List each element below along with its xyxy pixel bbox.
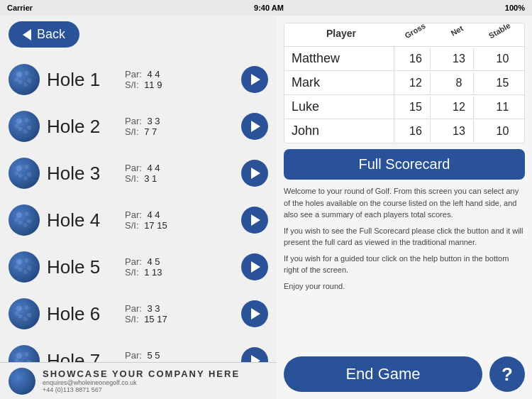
golf-ball-icon-4 [9, 204, 40, 236]
par-row-2: Par: 3 3 [125, 116, 234, 126]
hole-name-6: Hole 6 [47, 303, 118, 325]
back-button[interactable]: Back [9, 21, 79, 48]
par-label-2: Par: [125, 116, 142, 126]
golf-ball-dimples-3 [11, 160, 37, 186]
gross-header: Gross [402, 23, 428, 40]
hole-stats-4: Par: 4 4 S/I: 17 15 [125, 209, 234, 231]
back-label: Back [37, 27, 65, 42]
hole-name-4: Hole 4 [47, 209, 118, 231]
gross-score-2: 12 [402, 72, 431, 94]
play-button-4[interactable] [241, 207, 268, 234]
player-scores-1: 16 13 10 [394, 48, 524, 70]
help-button[interactable]: ? [489, 356, 525, 392]
si-values-2: 7 7 [142, 126, 157, 137]
golf-ball-dimples-1 [11, 67, 37, 92]
golf-ball-icon-5 [9, 251, 40, 283]
si-row-2: S/I: 7 7 [125, 126, 234, 137]
par-values-3: 4 4 [145, 163, 160, 173]
play-button-5[interactable] [241, 253, 268, 280]
golf-ball-icon-1 [9, 64, 40, 95]
net-score-3: 12 [445, 97, 474, 118]
par-row-3: Par: 4 4 [125, 163, 234, 173]
si-label-6: S/I: [125, 314, 139, 324]
hole-name-5: Hole 5 [47, 256, 118, 278]
par-row-7: Par: 5 5 [125, 350, 234, 361]
player-name-3: Luke [284, 95, 394, 119]
end-game-label: End Game [345, 365, 420, 383]
par-label-1: Par: [125, 69, 142, 80]
play-button-3[interactable] [241, 160, 268, 187]
player-name-2: Mark [284, 71, 394, 94]
stable-header: Stable [487, 23, 512, 40]
holes-list: Hole 1 Par: 4 4 S/I: 11 9 Hole 2 [0, 53, 277, 362]
golf-ball-icon-7 [9, 345, 40, 362]
battery-text: 100% [505, 4, 525, 12]
play-triangle-icon-2 [251, 121, 260, 132]
net-header: Net [444, 23, 470, 40]
desc-para1: Welcome to your round of Golf. From this… [284, 185, 525, 221]
play-button-1[interactable] [241, 66, 268, 93]
si-values-5: 1 13 [142, 267, 162, 278]
net-score-4: 13 [445, 121, 474, 142]
golf-ball-icon-2 [9, 111, 40, 142]
net-score-2: 8 [445, 72, 474, 94]
play-button-7[interactable] [241, 347, 268, 362]
help-icon: ? [501, 364, 513, 386]
gross-score-1: 16 [402, 48, 431, 70]
left-panel: Back Hole 1 Par: 4 4 S/I: 11 9 [0, 16, 277, 399]
golf-ball-dimples-5 [11, 254, 37, 280]
player-scores-4: 16 13 10 [394, 121, 524, 142]
hole-item-4: Hole 4 Par: 4 4 S/I: 17 15 [0, 197, 277, 244]
time-text: 9:40 AM [254, 4, 284, 12]
play-triangle-icon-4 [251, 214, 260, 226]
par-values-5: 4 5 [145, 256, 160, 267]
desc-para2: If you wish to see the Full Scorecard pl… [284, 225, 525, 248]
back-arrow-icon [23, 29, 31, 40]
hole-name-3: Hole 3 [47, 163, 118, 185]
net-score-1: 13 [445, 48, 474, 70]
par-values-6: 3 3 [145, 303, 160, 314]
hole-item-6: Hole 6 Par: 3 3 S/I: 15 17 [0, 290, 277, 337]
play-button-6[interactable] [241, 300, 268, 327]
hole-stats-5: Par: 4 5 S/I: 1 13 [125, 256, 234, 278]
par-row-5: Par: 4 5 [125, 256, 234, 267]
score-column-headers: Gross Net Stable [398, 26, 524, 43]
hole-stats-7: Par: 5 5 S/I: 5 3 [125, 350, 234, 362]
scorecard-row-2: Mark 12 8 15 [284, 70, 524, 94]
si-label-2: S/I: [125, 126, 139, 137]
player-name-1: Matthew [284, 47, 394, 70]
par-label-6: Par: [125, 303, 142, 314]
desc-para3: If you wish for a guided tour click on t… [284, 253, 525, 276]
full-scorecard-button[interactable]: Full Scorecard [284, 149, 525, 180]
player-scores-3: 15 12 11 [394, 97, 524, 118]
golf-ball-dimples-7 [11, 348, 37, 362]
golf-ball-icon-6 [9, 298, 40, 329]
scorecard-rows: Matthew 16 13 10 Mark 12 8 15 Luke 15 12… [284, 46, 524, 143]
si-row-6: S/I: 15 17 [125, 314, 234, 324]
par-values-2: 3 3 [145, 116, 160, 126]
si-values-1: 11 9 [142, 80, 162, 90]
si-values-6: 15 17 [142, 314, 167, 324]
stable-score-4: 10 [489, 121, 517, 142]
scorecard-row-4: John 16 13 10 [284, 119, 524, 143]
par-row-1: Par: 4 4 [125, 69, 234, 80]
si-row-3: S/I: 3 1 [125, 173, 234, 184]
hole-stats-1: Par: 4 4 S/I: 11 9 [125, 69, 234, 90]
play-triangle-icon-3 [251, 168, 260, 179]
play-button-2[interactable] [241, 113, 268, 140]
hole-item-7: Hole 7 Par: 5 5 S/I: 5 3 [0, 337, 277, 362]
si-label-3: S/I: [125, 173, 139, 184]
logo-phone: +44 (0)113 8871 567 [43, 386, 240, 393]
si-values-3: 3 1 [142, 173, 157, 184]
status-bar: Carrier 9:40 AM 100% [0, 0, 532, 16]
hole-name-1: Hole 1 [47, 69, 118, 91]
scorecard-table: Player Gross Net Stable Matthew 16 13 10… [284, 23, 525, 143]
end-game-button[interactable]: End Game [284, 356, 482, 392]
right-panel: Player Gross Net Stable Matthew 16 13 10… [277, 16, 532, 399]
golf-ball-dimples-2 [11, 114, 37, 139]
gross-score-3: 15 [402, 97, 431, 118]
stable-score-2: 15 [489, 72, 517, 94]
hole-name-7: Hole 7 [47, 350, 118, 363]
par-label-5: Par: [125, 256, 142, 267]
gross-score-4: 16 [402, 121, 431, 142]
